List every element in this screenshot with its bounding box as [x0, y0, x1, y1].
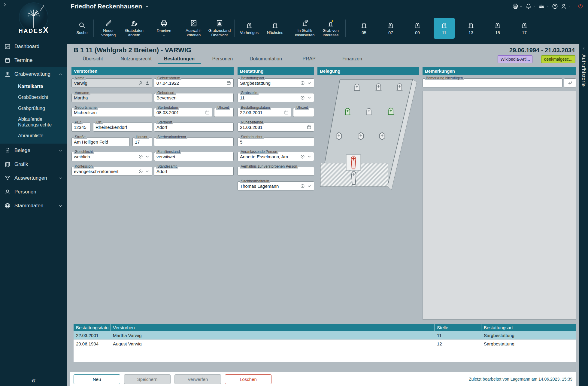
- grabstelle-select[interactable]: Grabstelle 11: [238, 93, 314, 102]
- column-header-stelle[interactable]: Stelle: [435, 324, 481, 331]
- ruhezeitende-field[interactable]: Ruhezeitende 21.03.2031: [238, 123, 314, 132]
- geburtsname-field[interactable]: Geburtsname Micheelsen: [71, 108, 152, 117]
- grave-tab-11[interactable]: 11: [434, 18, 455, 39]
- person-link-icon[interactable]: [145, 81, 150, 86]
- clear-icon[interactable]: [300, 81, 305, 86]
- notifications-button[interactable]: [525, 3, 536, 10]
- geburtsdatum-field[interactable]: Geburtsdatum 07.04.1922: [154, 78, 234, 87]
- sterbeort-field[interactable]: Sterbeort Adorf: [154, 123, 234, 132]
- toolbar-grabzustand-uebersicht[interactable]: Grabzustand Übersicht: [207, 18, 232, 38]
- sidebar-item-termine[interactable]: Termine: [0, 53, 67, 67]
- ort-field[interactable]: Ort Rheineckendorf: [93, 123, 152, 132]
- chevron-down-icon[interactable]: [145, 154, 150, 159]
- grave-tab-07[interactable]: 07: [380, 18, 401, 39]
- history-panel-title[interactable]: Aufrufhistorie: [581, 54, 586, 87]
- grave-tab-05[interactable]: 05: [353, 18, 374, 39]
- clear-icon[interactable]: [300, 95, 305, 100]
- tab-personen[interactable]: Personen: [201, 54, 244, 64]
- name-field[interactable]: Name Varwig: [71, 78, 152, 87]
- bestattungs-uhrzeit-field[interactable]: Uhrzeit: [293, 108, 314, 117]
- tab-bestattungen[interactable]: Bestattungen: [158, 54, 201, 64]
- settings-button[interactable]: [538, 3, 550, 10]
- table-row[interactable]: 22.03.2001 Martha Varwig 11 Sargbestattu…: [74, 331, 576, 340]
- bestattungsdatum-field[interactable]: Bestattungsdatum 22.03.2001: [238, 108, 291, 117]
- toolbar-in-grafik-lokalisieren[interactable]: In Grafik lokalisieren: [292, 18, 318, 38]
- toolbar-auswahlkriterien[interactable]: Auswahl-kriterien: [181, 18, 207, 38]
- sidebar-item-grabverwaltung[interactable]: Grabverwaltung: [0, 67, 67, 81]
- help-button[interactable]: [552, 3, 558, 10]
- grave-tab-13[interactable]: 13: [460, 18, 481, 39]
- clear-icon[interactable]: [138, 154, 143, 159]
- chevron-down-icon[interactable]: [307, 154, 312, 159]
- column-header-bestattungsdatum[interactable]: Bestattungsdatu: [74, 324, 111, 331]
- user-menu-button[interactable]: [560, 3, 571, 10]
- tab-nutzungsrecht[interactable]: Nutzungsrecht: [114, 54, 158, 64]
- geschlecht-select[interactable]: Geschlecht weiblich: [71, 152, 152, 161]
- chevron-down-icon[interactable]: [307, 95, 312, 100]
- calendar-icon[interactable]: [307, 125, 312, 130]
- wikipedia-article-badge[interactable]: Wikipedia-Arti...: [498, 55, 532, 63]
- tab-finanzen[interactable]: Finanzen: [331, 54, 374, 64]
- chevron-down-icon[interactable]: [307, 81, 312, 86]
- tab-prap[interactable]: PRAP: [287, 54, 331, 64]
- sidebar-collapse-button[interactable]: «: [0, 376, 67, 384]
- calendar-icon[interactable]: [205, 110, 210, 115]
- vorname-field[interactable]: Vorname Martha: [71, 93, 152, 102]
- person-icon[interactable]: [138, 81, 143, 86]
- column-header-verstorben[interactable]: Verstorben: [111, 324, 435, 331]
- sachbearbeiter-select[interactable]: Sachbearbeiter/in Thomas Lagemann: [238, 181, 314, 190]
- neu-button[interactable]: Neu: [74, 374, 120, 384]
- sidebar-item-grafik[interactable]: Grafik: [0, 157, 67, 171]
- grave-tab-09[interactable]: 09: [407, 18, 428, 39]
- print-menu-button[interactable]: [512, 3, 523, 10]
- strasse-field[interactable]: Straße Am Heiligen Feld: [71, 137, 130, 146]
- toolbar-neuer-vorgang[interactable]: Neuer Vorgang: [95, 18, 121, 38]
- sidebar-item-stammdaten[interactable]: Stammdaten: [0, 199, 67, 213]
- familienstand-field[interactable]: Familienstand verwitwet: [154, 152, 234, 161]
- geburtsort-field[interactable]: Geburtsort Bevensen: [154, 93, 234, 102]
- toolbar-grabdaten-aendern[interactable]: Grabdaten ändern: [121, 18, 147, 38]
- sterbe-uhrzeit-field[interactable]: Uhrzeit: [214, 108, 234, 117]
- sidebar-item-belege[interactable]: Belege: [0, 144, 67, 157]
- verhaeltnis-field[interactable]: Verhältnis zur verstorbenen Person: [238, 167, 314, 176]
- sidebar-item-abraeumliste[interactable]: Abräumliste: [0, 130, 67, 141]
- toolbar-grab-von-interesse[interactable]: Grab von Interesse: [318, 18, 344, 38]
- toolbar-vorheriges[interactable]: Vorheriges: [236, 20, 262, 36]
- bemerkung-submit-button[interactable]: [564, 78, 576, 87]
- chevron-down-icon[interactable]: [145, 169, 150, 174]
- bestattungsart-select[interactable]: Bestattungsart Sargbestattung: [238, 78, 314, 87]
- sidebar-item-karteikarte[interactable]: Karteikarte: [0, 81, 67, 92]
- loeschen-button[interactable]: Löschen: [225, 374, 271, 384]
- grave-tab-15[interactable]: 15: [487, 18, 508, 39]
- speichern-button[interactable]: Speichern: [124, 374, 171, 384]
- history-expand-icon[interactable]: [581, 46, 586, 51]
- grave-tab-17[interactable]: 17: [514, 18, 535, 39]
- sterbebuchnr-field[interactable]: Sterbebuchnr 5: [238, 137, 314, 146]
- calendar-icon[interactable]: [226, 81, 231, 86]
- hausnr-field[interactable]: Hausnr. 17: [132, 137, 152, 146]
- sidebar-item-auswertungen[interactable]: Auswertungen: [0, 171, 67, 185]
- cemetery-selector[interactable]: Friedhof Reckenhausen: [71, 3, 149, 10]
- clear-icon[interactable]: [300, 184, 305, 189]
- sidebar-item-ablaufende-nutzungsrechte[interactable]: Ablaufende Nutzungsrechte: [0, 114, 67, 130]
- table-row[interactable]: 29.06.1994 August Varwig 12 Sargbestattu…: [74, 340, 576, 348]
- chevron-down-icon[interactable]: [307, 184, 312, 189]
- konfession-select[interactable]: Konfession evangelisch-reformiert: [71, 167, 152, 176]
- sidebar-expand-icon[interactable]: [2, 2, 8, 8]
- verwerfen-button[interactable]: Verwerfen: [174, 374, 221, 384]
- toolbar-suche[interactable]: Suche: [72, 20, 92, 36]
- logout-button[interactable]: [577, 3, 584, 10]
- toolbar-drucken[interactable]: Drucken: [151, 18, 177, 38]
- grave-plot-diagram[interactable]: [317, 75, 419, 195]
- tab-uebersicht[interactable]: Übersicht: [71, 54, 114, 64]
- sidebar-item-grabuebersicht[interactable]: Grabübersicht: [0, 92, 67, 103]
- column-header-bestattungsart[interactable]: Bestattungsart: [481, 324, 576, 331]
- bemerkung-input[interactable]: Bemerkung hinzufügen: [423, 78, 562, 87]
- clear-icon[interactable]: [138, 169, 143, 174]
- denkmalschutz-badge[interactable]: denkmalgesc...: [541, 55, 575, 63]
- sidebar-item-dashboard[interactable]: Dashboard: [0, 40, 67, 53]
- sterbeurkundennr-field[interactable]: Sterbeurkundennr: [154, 137, 234, 146]
- standesamt-field[interactable]: Standesamt Adorf: [154, 167, 234, 176]
- clear-icon[interactable]: [300, 154, 305, 159]
- tab-dokumentation[interactable]: Dokumentation: [244, 54, 287, 64]
